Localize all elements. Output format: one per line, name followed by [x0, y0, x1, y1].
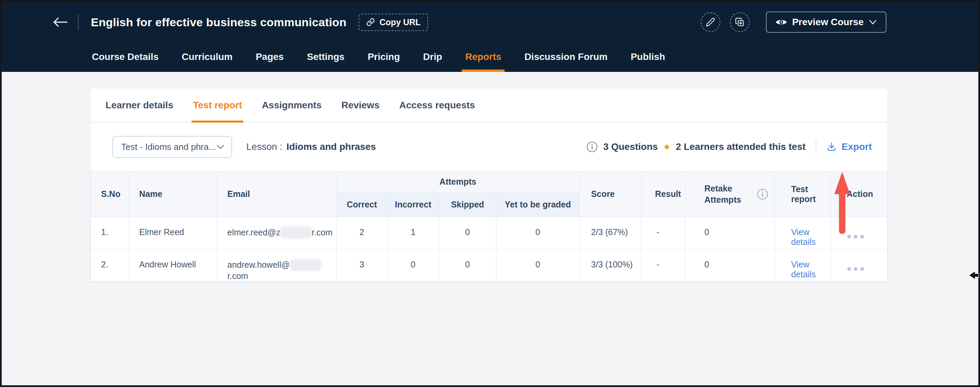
cell-correct: 2	[337, 217, 388, 249]
cell-result: -	[641, 249, 685, 282]
subtab-learner-details[interactable]: Learner details	[105, 89, 173, 122]
tab-drip[interactable]: Drip	[422, 51, 443, 72]
col-header-result: Result	[641, 171, 685, 217]
cell-yet-to-be-graded: 0	[496, 249, 579, 282]
view-details-link[interactable]: View details	[791, 227, 816, 247]
subtab-test-report[interactable]: Test report	[193, 89, 242, 122]
lesson-info: Lesson : Idioms and phrases	[247, 141, 376, 152]
col-header-incorrect: Incorrect	[388, 192, 439, 217]
filter-meta: 3 Questions 2 Learners attended this tes…	[586, 139, 872, 154]
cell-sno: 2.	[91, 249, 129, 282]
filter-row: Test - Idioms and phra... Lesson : Idiom…	[91, 123, 888, 171]
cell-retake-attempts: 0	[685, 217, 775, 249]
cell-correct: 3	[337, 249, 388, 282]
mouse-cursor-icon	[968, 269, 979, 281]
col-header-correct: Correct	[337, 192, 388, 217]
tab-course-details[interactable]: Course Details	[91, 51, 159, 72]
cell-retake-attempts: 0	[685, 249, 775, 282]
copy-url-button[interactable]: Copy URL	[359, 14, 428, 31]
duplicate-course-button[interactable]	[730, 12, 749, 32]
cell-test-report: View details	[775, 249, 831, 282]
tab-pages[interactable]: Pages	[255, 51, 285, 72]
col-header-skipped: Skipped	[439, 192, 496, 217]
cell-email: elmer.reed@zr.com	[217, 217, 337, 249]
tab-reports[interactable]: Reports	[465, 51, 502, 72]
col-header-score: Score	[579, 171, 641, 217]
learners-count: 2 Learners attended this test	[676, 141, 805, 152]
page-title: English for effective business communica…	[91, 16, 347, 29]
col-header-test-report: Test report	[775, 171, 831, 217]
appbar-actions: Preview Course	[701, 11, 886, 33]
cell-incorrect: 1	[388, 217, 439, 249]
cell-result: -	[641, 217, 685, 249]
col-header-email: Email	[217, 171, 337, 217]
tab-discussion-forum[interactable]: Discussion Forum	[524, 51, 608, 72]
appbar: English for effective business communica…	[2, 2, 978, 72]
appbar-top-row: English for effective business communica…	[53, 11, 886, 34]
cell-skipped: 0	[439, 217, 496, 249]
questions-count: 3 Questions	[603, 141, 658, 152]
lesson-name: Idioms and phrases	[286, 141, 376, 152]
chevron-down-icon	[869, 19, 877, 25]
view-details-link[interactable]: View details	[791, 260, 816, 279]
questions-info-icon[interactable]	[586, 141, 598, 153]
cell-action	[831, 249, 888, 282]
tab-publish[interactable]: Publish	[630, 51, 666, 72]
lesson-label: Lesson :	[247, 141, 282, 152]
subtab-reviews[interactable]: Reviews	[341, 89, 379, 122]
export-button[interactable]: Export	[827, 141, 872, 152]
cell-score: 2/3 (67%)	[579, 217, 641, 249]
report-subtabs: Learner details Test report Assignments …	[91, 89, 888, 123]
reports-card: Learner details Test report Assignments …	[91, 89, 888, 282]
cell-test-report: View details	[775, 217, 831, 249]
eye-icon	[775, 18, 787, 27]
cell-skipped: 0	[439, 249, 496, 282]
export-label: Export	[842, 141, 872, 152]
chevron-down-icon	[216, 144, 224, 150]
info-icon[interactable]	[757, 189, 768, 200]
test-select-value: Test - Idioms and phra...	[121, 142, 216, 152]
subtab-access-requests[interactable]: Access requests	[399, 89, 475, 122]
test-select-dropdown[interactable]: Test - Idioms and phra...	[112, 136, 232, 158]
cell-yet-to-be-graded: 0	[496, 217, 579, 249]
vertical-divider	[816, 139, 816, 154]
tab-curriculum[interactable]: Curriculum	[181, 51, 233, 72]
app-window: English for effective business communica…	[0, 0, 980, 387]
back-button[interactable]	[53, 15, 68, 29]
email-redaction-blur	[291, 260, 321, 270]
duplicate-icon	[735, 18, 745, 27]
cell-sno: 1.	[91, 217, 129, 249]
link-icon	[366, 18, 375, 27]
col-header-attempts-group: Attempts	[337, 171, 579, 192]
cell-name: Andrew Howell	[129, 249, 217, 282]
tab-pricing[interactable]: Pricing	[367, 51, 401, 72]
subtab-assignments[interactable]: Assignments	[262, 89, 321, 122]
test-report-table: S.No Name Email Attempts Score Result Re…	[91, 171, 888, 282]
table-row: 1. Elmer Reed elmer.reed@zr.com 2 1 0 0 …	[91, 217, 888, 249]
export-callout-arrow	[834, 172, 850, 237]
table-row: 2. Andrew Howell andrew.howell@r.com 3 0…	[91, 249, 888, 282]
dot-separator-icon	[665, 145, 669, 149]
back-arrow-icon	[53, 16, 68, 28]
download-icon	[827, 142, 837, 152]
preview-course-label: Preview Course	[792, 17, 864, 27]
cell-incorrect: 0	[388, 249, 439, 282]
course-nav-tabs: Course Details Curriculum Pages Settings…	[91, 51, 666, 72]
email-redaction-blur	[281, 227, 311, 237]
preview-course-button[interactable]: Preview Course	[766, 11, 886, 33]
pencil-icon	[706, 18, 715, 27]
title-divider	[78, 14, 79, 30]
cell-name: Elmer Reed	[129, 217, 217, 249]
col-header-sno: S.No	[91, 171, 129, 217]
row-actions-menu-icon[interactable]	[847, 267, 864, 271]
tab-settings[interactable]: Settings	[306, 51, 345, 72]
col-header-retake-attempts: Retake Attempts	[685, 171, 775, 217]
col-header-yet-to-be-graded: Yet to be graded	[496, 192, 579, 217]
cell-score: 3/3 (100%)	[579, 249, 641, 282]
copy-url-label: Copy URL	[379, 18, 421, 27]
col-header-name: Name	[129, 171, 217, 217]
cell-email: andrew.howell@r.com	[217, 249, 337, 282]
edit-course-button[interactable]	[701, 12, 721, 32]
